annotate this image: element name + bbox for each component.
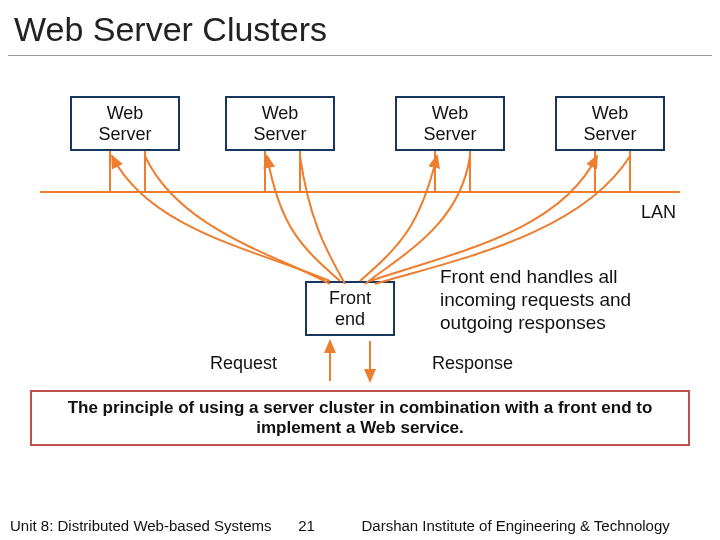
box-label: WebServer — [253, 103, 306, 144]
caption-box: The principle of using a server cluster … — [30, 390, 690, 446]
box-label: Frontend — [329, 288, 371, 329]
request-label: Request — [210, 353, 277, 374]
web-server-box-4: WebServer — [555, 96, 665, 151]
frontend-box: Frontend — [305, 281, 395, 336]
footer-institute: Darshan Institute of Engineering & Techn… — [342, 517, 711, 534]
lan-line — [40, 191, 680, 193]
web-server-box-3: WebServer — [395, 96, 505, 151]
footer-page-number: 21 — [272, 517, 342, 534]
web-server-box-2: WebServer — [225, 96, 335, 151]
footer: Unit 8: Distributed Web-based Systems 21… — [0, 517, 720, 534]
box-label: WebServer — [583, 103, 636, 144]
lan-label: LAN — [641, 202, 676, 223]
footer-unit: Unit 8: Distributed Web-based Systems — [10, 517, 272, 534]
response-label: Response — [432, 353, 513, 374]
box-label: WebServer — [98, 103, 151, 144]
slide-title: Web Server Clusters — [0, 0, 720, 55]
box-label: WebServer — [423, 103, 476, 144]
diagram-area: WebServer WebServer WebServer WebServer … — [0, 56, 720, 386]
web-server-box-1: WebServer — [70, 96, 180, 151]
frontend-annotation: Front end handles all incoming requests … — [440, 266, 685, 334]
